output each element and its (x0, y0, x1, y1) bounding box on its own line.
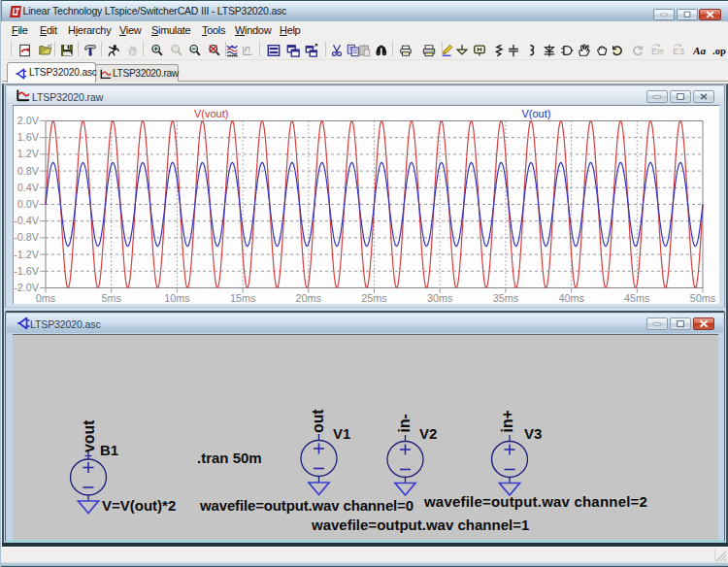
svg-text:wavefile=output.wav channel=1: wavefile=output.wav channel=1 (311, 517, 529, 533)
svg-text:50ms: 50ms (690, 292, 716, 304)
svg-text:V(out): V(out) (522, 108, 551, 119)
svg-text:V(vout): V(vout) (194, 108, 228, 119)
svg-text:20ms: 20ms (296, 292, 322, 304)
svg-text:2.0V: 2.0V (17, 115, 40, 126)
svg-text:0.8V: 0.8V (17, 165, 40, 177)
svg-text:B1: B1 (100, 442, 118, 458)
svg-text:10ms: 10ms (164, 292, 190, 304)
svg-text:5ms: 5ms (101, 292, 121, 304)
svg-text:35ms: 35ms (493, 292, 519, 304)
svg-text:-0.8V: -0.8V (14, 231, 40, 243)
svg-text:.tran 50m: .tran 50m (197, 450, 262, 466)
svg-text:-0.4V: -0.4V (14, 215, 40, 226)
svg-text:V2: V2 (419, 425, 437, 442)
svg-text:vout: vout (81, 419, 97, 452)
svg-text:45ms: 45ms (624, 292, 650, 304)
svg-text:-1.2V: -1.2V (14, 249, 40, 260)
svg-text:E3: E3 (673, 46, 684, 56)
svg-text:V1: V1 (333, 425, 350, 442)
svg-text:out: out (310, 409, 326, 433)
svg-text:wavefile=output.wav channel=2: wavefile=output.wav channel=2 (423, 493, 647, 510)
svg-text:in-: in- (396, 414, 413, 432)
svg-text:Aa: Aa (693, 45, 707, 56)
svg-text:Em: Em (651, 46, 664, 56)
svg-text:-1.6V: -1.6V (14, 265, 40, 277)
svg-text:1.6V: 1.6V (17, 131, 40, 143)
svg-text:40ms: 40ms (558, 292, 584, 304)
svg-text:25ms: 25ms (361, 292, 387, 304)
svg-text:1.2V: 1.2V (17, 148, 40, 159)
svg-text:in+: in+ (499, 410, 515, 432)
svg-text:.op: .op (712, 46, 726, 56)
svg-text:15ms: 15ms (230, 292, 256, 304)
svg-text:0.4V: 0.4V (17, 182, 40, 193)
svg-text:30ms: 30ms (427, 292, 453, 304)
svg-text:V=V(out)*2: V=V(out)*2 (102, 497, 176, 514)
svg-text:V3: V3 (524, 425, 542, 442)
svg-text:0.0V: 0.0V (17, 198, 40, 210)
svg-text:wavefile=output.wav channel=0: wavefile=output.wav channel=0 (199, 497, 414, 514)
svg-text:0ms: 0ms (36, 292, 56, 304)
